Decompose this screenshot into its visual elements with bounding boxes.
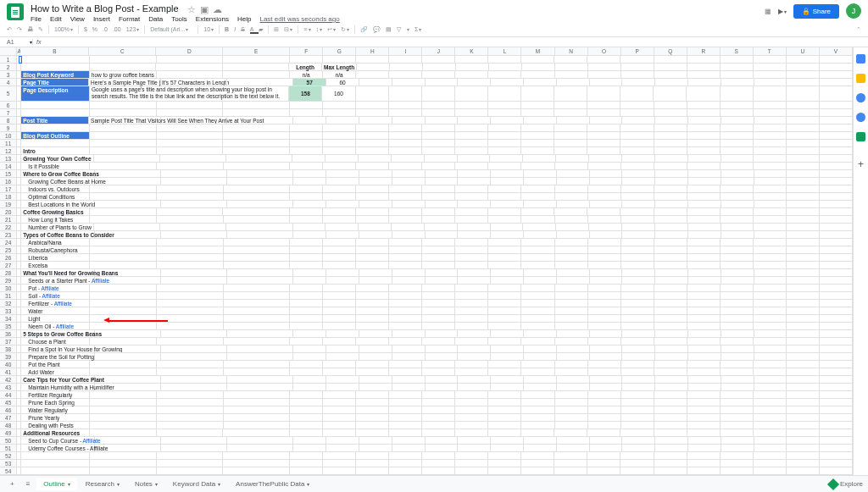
cell-K[interactable] xyxy=(455,285,488,292)
cell-U[interactable] xyxy=(787,147,820,155)
cell-T[interactable] xyxy=(754,361,787,368)
cell-I[interactable] xyxy=(389,315,422,323)
cell-C[interactable] xyxy=(90,246,157,254)
cell-G[interactable] xyxy=(323,414,356,422)
cell-D[interactable] xyxy=(157,208,224,216)
cell-M[interactable] xyxy=(521,452,554,460)
cell-P[interactable] xyxy=(620,109,654,117)
cell-G[interactable] xyxy=(323,460,356,467)
row-header-15[interactable]: 15 xyxy=(0,170,17,178)
cell-J[interactable] xyxy=(422,429,455,437)
cell-G[interactable] xyxy=(323,368,356,376)
cell-S[interactable] xyxy=(721,292,754,300)
cell-T[interactable] xyxy=(754,460,787,467)
cell-D[interactable] xyxy=(157,452,224,460)
cell-M[interactable] xyxy=(524,346,557,353)
fill-color[interactable]: ▰ xyxy=(259,26,263,33)
cell-O[interactable] xyxy=(590,231,623,239)
cell-T[interactable] xyxy=(754,277,787,285)
cell-S[interactable] xyxy=(721,64,754,71)
cell-U[interactable] xyxy=(787,330,820,338)
cell-D[interactable] xyxy=(160,224,226,231)
cell-Q[interactable] xyxy=(655,201,688,208)
cell-K[interactable] xyxy=(458,376,491,384)
cell-C[interactable] xyxy=(90,391,157,399)
cell-U[interactable] xyxy=(787,467,820,475)
cell-O[interactable] xyxy=(588,368,621,376)
cell-M[interactable] xyxy=(521,254,554,262)
cell-F[interactable] xyxy=(290,429,323,437)
cell-D[interactable] xyxy=(160,155,226,163)
halign-btn[interactable]: ≡▾ xyxy=(303,26,310,32)
cell-O[interactable] xyxy=(587,140,620,147)
cell-D[interactable] xyxy=(157,292,224,300)
borders-btn[interactable]: ⊞ xyxy=(274,26,279,33)
row-header-36[interactable]: 36 xyxy=(0,330,17,338)
cell-R[interactable] xyxy=(687,246,721,254)
cell-O[interactable] xyxy=(590,117,623,124)
cell-S[interactable] xyxy=(721,285,754,292)
cell-U[interactable] xyxy=(787,185,820,193)
cell-Q[interactable] xyxy=(655,346,688,353)
cell-P[interactable] xyxy=(621,414,654,422)
cell-H[interactable] xyxy=(359,445,392,452)
cell-C[interactable] xyxy=(90,208,157,216)
maps-icon[interactable] xyxy=(856,132,865,141)
pagetitle-len[interactable]: 57 xyxy=(293,79,326,86)
outline-item[interactable]: Prune Yearly xyxy=(21,414,90,422)
cell-T[interactable] xyxy=(754,201,787,208)
paint-icon[interactable]: ✎ xyxy=(38,26,43,33)
cell-Q[interactable] xyxy=(655,384,688,391)
cell-O[interactable] xyxy=(587,132,620,140)
cell-Q[interactable] xyxy=(655,155,688,163)
cell-K[interactable] xyxy=(455,109,488,117)
cell-V[interactable] xyxy=(820,323,853,330)
cell-P[interactable] xyxy=(621,193,654,201)
cell-S[interactable] xyxy=(721,163,754,170)
cell-Q[interactable] xyxy=(654,285,687,292)
row-header-26[interactable]: 26 xyxy=(0,254,17,262)
cell-K[interactable] xyxy=(458,346,491,353)
all-sheets-btn[interactable]: ≡ xyxy=(21,478,36,490)
cell-E[interactable] xyxy=(226,224,292,231)
row-header-50[interactable]: 50 xyxy=(0,437,17,445)
cell-H[interactable] xyxy=(356,315,389,323)
cell-E[interactable] xyxy=(224,399,291,406)
cell-U[interactable] xyxy=(787,460,820,467)
cell-P[interactable] xyxy=(621,300,654,307)
cell-U[interactable] xyxy=(787,140,820,147)
outline-item[interactable]: Types of Coffee Beans to Consider xyxy=(21,231,95,239)
cell-Q[interactable] xyxy=(655,269,688,277)
addons-plus-icon[interactable]: + xyxy=(858,158,864,170)
cell-C[interactable] xyxy=(95,346,161,353)
cell-F[interactable] xyxy=(293,437,326,445)
merge-btn[interactable]: ⊟▾ xyxy=(284,26,292,33)
cell-R[interactable] xyxy=(687,262,721,269)
cell-G[interactable] xyxy=(323,102,356,109)
cell-C[interactable] xyxy=(90,239,157,246)
cell-R[interactable] xyxy=(688,170,721,178)
cell-K[interactable] xyxy=(456,64,489,71)
cell-L[interactable] xyxy=(491,384,524,391)
cell-M[interactable] xyxy=(521,406,554,414)
cell-V[interactable] xyxy=(820,216,853,224)
cell-O[interactable] xyxy=(588,193,621,201)
cell-M[interactable] xyxy=(521,315,554,323)
row-header-20[interactable]: 20 xyxy=(0,208,17,216)
cell-R[interactable] xyxy=(688,155,721,163)
row-header-28[interactable]: 28 xyxy=(0,269,17,277)
cell-J[interactable] xyxy=(426,79,459,86)
cell-N[interactable] xyxy=(555,216,588,224)
cell-N[interactable] xyxy=(555,292,588,300)
cell-C[interactable] xyxy=(95,170,161,178)
cell-K[interactable] xyxy=(455,132,488,140)
cell-M[interactable] xyxy=(524,178,557,185)
cell-T[interactable] xyxy=(754,292,787,300)
cell-F[interactable] xyxy=(293,231,326,239)
cell-C[interactable] xyxy=(90,460,157,467)
cell-V[interactable] xyxy=(820,414,853,422)
cell-N[interactable] xyxy=(555,323,588,330)
cell-M[interactable] xyxy=(521,102,554,109)
cell-V[interactable] xyxy=(820,147,853,155)
menu-edit[interactable]: Edit xyxy=(50,15,62,23)
